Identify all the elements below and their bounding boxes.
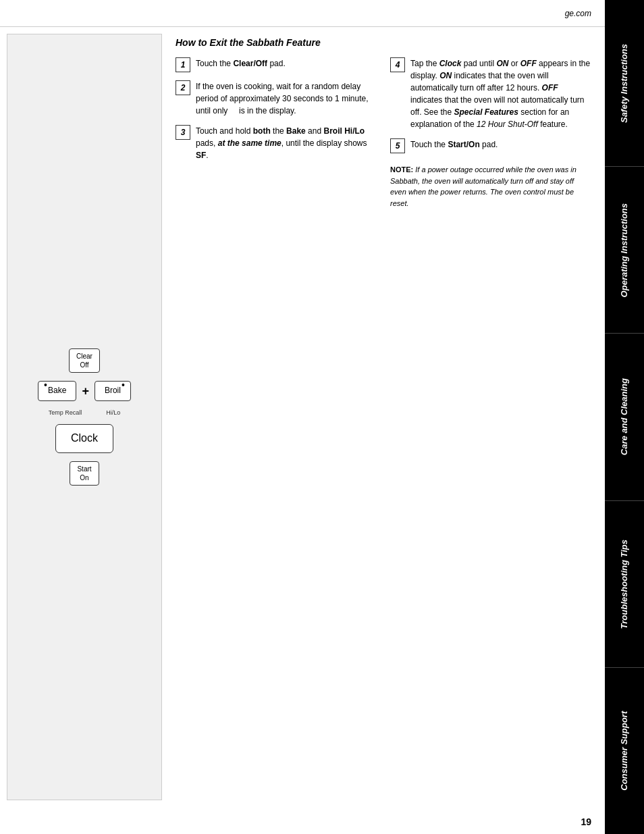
broil-button[interactable]: • Broil: [95, 381, 131, 401]
sublabels-row: Temp Recall Hi/Lo: [49, 409, 121, 416]
broil-label: Broil: [105, 386, 121, 395]
step-1-text: Touch the Clear/Off pad.: [196, 57, 286, 70]
sidebar-operating-label: Operating Instructions: [619, 203, 630, 297]
instructions-right: 4 Tap the Clock pad until ON or OFF appe…: [390, 37, 591, 800]
step-3-number: 3: [176, 125, 190, 140]
bake-label: Bake: [48, 386, 66, 395]
step-2: 2 If the oven is cooking, wait for a ran…: [176, 80, 377, 117]
clock-button[interactable]: Clock: [55, 424, 113, 453]
sidebar-troubleshooting[interactable]: Troubleshooting Tips: [605, 501, 644, 668]
sidebar-operating[interactable]: Operating Instructions: [605, 167, 644, 334]
sidebar-care-label: Care and Cleaning: [619, 378, 630, 455]
sidebar-safety-label: Safety Instructions: [619, 44, 630, 123]
step-5: 5 Touch the Start/On pad.: [390, 138, 591, 153]
clear-off-button[interactable]: ClearOff: [69, 348, 100, 373]
bake-dot: •: [44, 379, 47, 391]
main-content: ClearOff • Bake + • Broil Temp Recall Hi…: [0, 27, 605, 807]
step-5-number: 5: [390, 138, 405, 153]
hi-lo-label: Hi/Lo: [106, 409, 120, 416]
top-bar: ge.com: [0, 0, 605, 27]
step-2-number: 2: [176, 80, 190, 95]
bake-button[interactable]: • Bake: [38, 381, 76, 401]
plus-icon: +: [82, 384, 89, 398]
step-2-text: If the oven is cooking, wait for a rando…: [196, 80, 377, 117]
page-footer: 19: [0, 816, 605, 827]
note-box: NOTE: If a power outage occurred while t…: [390, 164, 591, 209]
note-text: If a power outage occurred while the ove…: [390, 165, 576, 207]
start-on-button[interactable]: StartOn: [70, 461, 99, 486]
website-url: ge.com: [565, 9, 591, 18]
section-title: How to Exit the Sabbath Feature: [176, 37, 377, 48]
sidebar-consumer[interactable]: Consumer Support: [605, 668, 644, 834]
temp-recall-label: Temp Recall: [49, 409, 82, 416]
step-3-text: Touch and hold both the Bake and Broil H…: [196, 125, 377, 161]
step-4-text: Tap the Clock pad until ON or OFF appear…: [410, 57, 591, 130]
sidebar-consumer-label: Consumer Support: [619, 711, 630, 791]
clock-label: Clock: [71, 432, 98, 444]
step-3: 3 Touch and hold both the Bake and Broil…: [176, 125, 377, 161]
oven-diagram-panel: ClearOff • Bake + • Broil Temp Recall Hi…: [7, 34, 162, 800]
note-label: NOTE:: [390, 165, 413, 174]
sidebar-care[interactable]: Care and Cleaning: [605, 334, 644, 500]
broil-dot: •: [122, 379, 125, 391]
page-number: 19: [581, 816, 591, 827]
step-4-number: 4: [390, 57, 405, 72]
bake-broil-row: • Bake + • Broil: [38, 381, 131, 401]
step-4: 4 Tap the Clock pad until ON or OFF appe…: [390, 57, 591, 130]
instructions-panel: How to Exit the Sabbath Feature 1 Touch …: [162, 27, 605, 807]
sidebar-safety[interactable]: Safety Instructions: [605, 0, 644, 167]
sidebar: Safety Instructions Operating Instructio…: [605, 0, 644, 834]
sidebar-troubleshooting-label: Troubleshooting Tips: [619, 540, 630, 629]
instructions-left: How to Exit the Sabbath Feature 1 Touch …: [176, 37, 377, 800]
step-1: 1 Touch the Clear/Off pad.: [176, 57, 377, 72]
step-1-number: 1: [176, 57, 190, 72]
step-5-text: Touch the Start/On pad.: [410, 138, 498, 151]
